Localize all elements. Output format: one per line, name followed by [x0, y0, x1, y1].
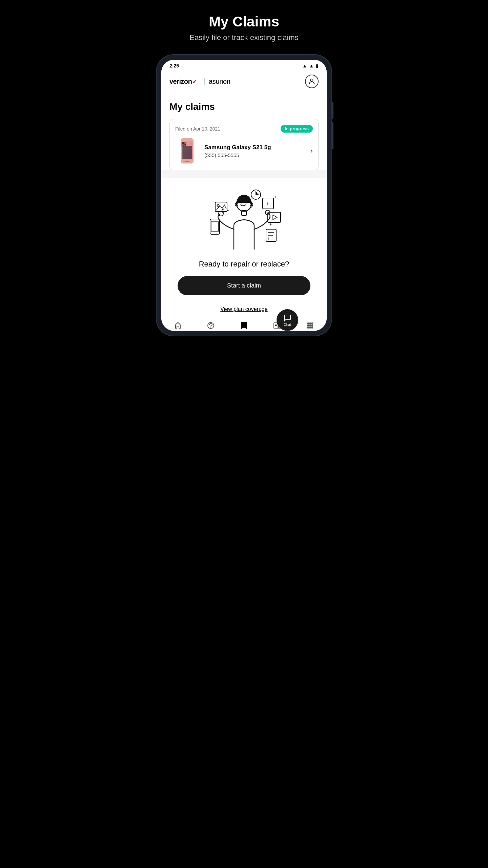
svg-point-47: [309, 327, 311, 328]
nav-item-claims[interactable]: Claims: [234, 321, 254, 331]
svg-point-8: [183, 145, 184, 146]
svg-point-0: [310, 79, 313, 81]
asurion-logo: asurion: [209, 78, 230, 85]
bottom-nav: Home Support Claims: [161, 318, 327, 331]
svg-point-24: [217, 204, 219, 206]
chat-fab[interactable]: Chat: [277, 309, 298, 331]
profile-button[interactable]: [305, 75, 319, 88]
svg-point-35: [211, 328, 211, 328]
battery-icon: ▮: [316, 63, 319, 68]
logo-divider: [204, 78, 205, 85]
nav-item-home[interactable]: Home: [168, 321, 188, 331]
svg-point-7: [184, 144, 186, 145]
status-badge: In progress: [281, 125, 313, 133]
svg-rect-10: [185, 161, 189, 162]
profile-icon: [308, 78, 316, 85]
page-title: My Claims: [189, 14, 299, 30]
start-claim-button[interactable]: Start a claim: [178, 276, 310, 295]
svg-text:+: +: [269, 222, 272, 227]
svg-point-6: [182, 142, 184, 144]
illustration-svg: ✦ ♪ + +: [200, 182, 288, 256]
home-icon: [174, 321, 182, 331]
svg-point-40: [307, 323, 309, 324]
device-phone-number: (555) 555-5555: [204, 152, 305, 158]
app-header: verizon✓ asurion: [161, 71, 327, 93]
view-coverage-container: View plan coverage: [161, 301, 327, 318]
status-time: 2:25: [169, 63, 179, 68]
claim-card-body: Samsung Galaxy S21 5g (555) 555-5555 ›: [175, 137, 313, 164]
svg-rect-20: [210, 219, 220, 234]
svg-point-43: [307, 325, 309, 326]
svg-point-41: [309, 323, 311, 324]
nav-item-services[interactable]: Services: [300, 321, 320, 331]
support-icon: [207, 321, 215, 331]
status-icons: ▲ ▲ ▮: [302, 63, 319, 68]
illustration-area: ✦ ♪ + +: [161, 178, 327, 276]
device-image: [175, 137, 199, 164]
chat-fab-icon: [283, 314, 291, 322]
nav-item-support[interactable]: Support: [201, 321, 221, 331]
page-subtitle: Easily file or track existing claims: [189, 33, 299, 42]
svg-point-46: [307, 327, 309, 328]
svg-point-12: [241, 202, 242, 203]
chat-fab-label: Chat: [284, 323, 291, 327]
claims-icon: [240, 321, 248, 331]
svg-point-13: [246, 202, 247, 203]
view-coverage-link[interactable]: View plan coverage: [220, 306, 267, 312]
phone-shell: 2:25 ▲ ▲ ▮ verizon✓ asurion: [156, 54, 332, 336]
logo-container: verizon✓ asurion: [169, 78, 230, 85]
filed-date: Filed on Apr 10, 2021: [175, 126, 220, 132]
device-name: Samsung Galaxy S21 5g: [204, 144, 305, 151]
svg-text:♪: ♪: [266, 201, 269, 206]
signal-icon: ▲: [302, 63, 307, 68]
svg-point-45: [311, 325, 313, 326]
services-icon: [306, 321, 314, 331]
status-bar: 2:25 ▲ ▲ ▮: [161, 60, 327, 71]
svg-point-44: [309, 325, 311, 326]
repair-prompt: Ready to repair or replace?: [199, 260, 289, 269]
verizon-logo: verizon✓: [169, 78, 200, 85]
claim-arrow-icon: ›: [310, 146, 313, 155]
start-claim-container: Start a claim: [161, 276, 327, 301]
app-content: My claims Filed on Apr 10, 2021 In progr…: [161, 93, 327, 170]
svg-rect-21: [211, 222, 219, 231]
svg-rect-9: [182, 146, 192, 159]
my-claims-heading: My claims: [169, 101, 319, 112]
page-header: My Claims Easily file or track existing …: [189, 14, 299, 42]
svg-point-48: [311, 327, 313, 328]
svg-text:+: +: [274, 195, 277, 200]
claim-card-header: Filed on Apr 10, 2021 In progress: [175, 125, 313, 133]
wifi-icon: ▲: [309, 63, 314, 68]
claim-card[interactable]: Filed on Apr 10, 2021 In progress: [169, 119, 319, 170]
phone-screen: 2:25 ▲ ▲ ▮ verizon✓ asurion: [161, 60, 327, 331]
device-svg: [178, 138, 197, 164]
svg-point-18: [219, 211, 223, 216]
svg-point-42: [311, 323, 313, 324]
device-info: Samsung Galaxy S21 5g (555) 555-5555: [204, 144, 305, 158]
